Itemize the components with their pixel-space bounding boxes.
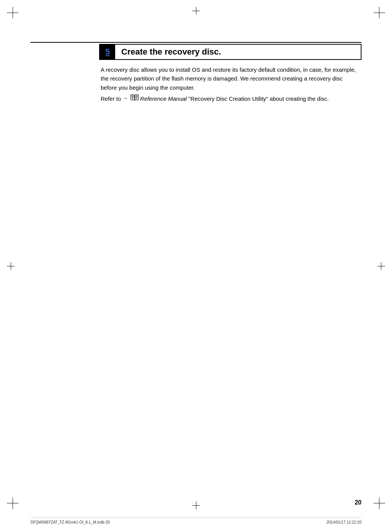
center-mark-right bbox=[378, 262, 385, 270]
step-number: 5 bbox=[105, 47, 110, 57]
center-mark-left bbox=[7, 262, 14, 270]
step-title: Create the recovery disc. bbox=[115, 45, 361, 59]
step-body-paragraph: A recovery disc allows you to install OS… bbox=[101, 65, 360, 92]
step-number-box: 5 bbox=[100, 45, 115, 59]
footer: DFQW5887ZAT_FZ-M1mk1-OI_8.1_M.indb 29 20… bbox=[31, 517, 361, 524]
corner-mark-top-left bbox=[7, 7, 22, 22]
reference-manual-text: Reference Manual bbox=[140, 94, 187, 103]
page-number: 20 bbox=[355, 499, 361, 506]
arrow-icon: → bbox=[122, 94, 128, 103]
reference-manual-icon bbox=[130, 94, 139, 104]
top-rule bbox=[31, 42, 361, 43]
corner-mark-bottom-left bbox=[7, 494, 22, 509]
main-content: 5 Create the recovery disc. A recovery d… bbox=[99, 44, 361, 104]
corner-mark-bottom-right bbox=[370, 494, 385, 509]
center-mark-top bbox=[192, 7, 200, 15]
refer-suffix: "Recovery Disc Creation Utility" about c… bbox=[187, 94, 329, 103]
refer-prefix: Refer to bbox=[101, 94, 121, 103]
corner-mark-top-right bbox=[370, 7, 385, 22]
footer-right-text: 2014/01/17 12:22:20 bbox=[326, 520, 361, 524]
step-body: A recovery disc allows you to install OS… bbox=[99, 65, 361, 104]
center-mark-bottom bbox=[192, 501, 200, 509]
footer-left-text: DFQW5887ZAT_FZ-M1mk1-OI_8.1_M.indb 29 bbox=[31, 520, 110, 524]
step-header: 5 Create the recovery disc. bbox=[99, 44, 361, 60]
refer-line: Refer to → bbox=[101, 94, 360, 104]
